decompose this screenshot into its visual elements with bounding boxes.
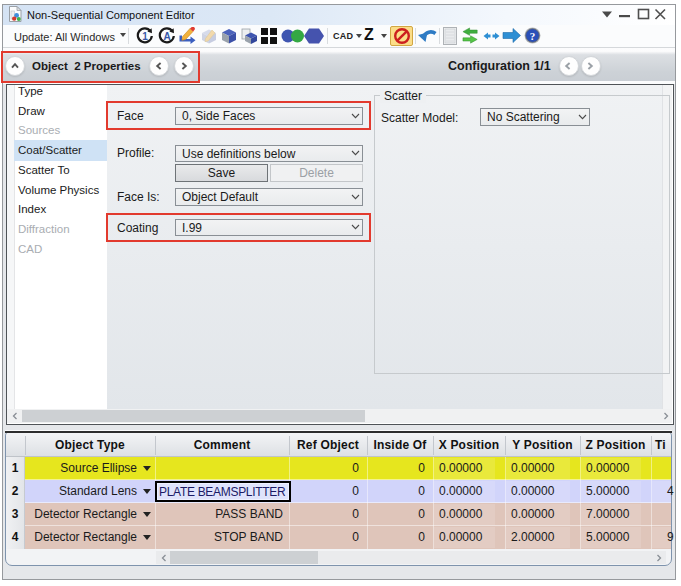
svg-text:?: ?: [530, 30, 536, 42]
svg-text:A: A: [163, 31, 170, 42]
svg-text:1: 1: [142, 31, 148, 42]
